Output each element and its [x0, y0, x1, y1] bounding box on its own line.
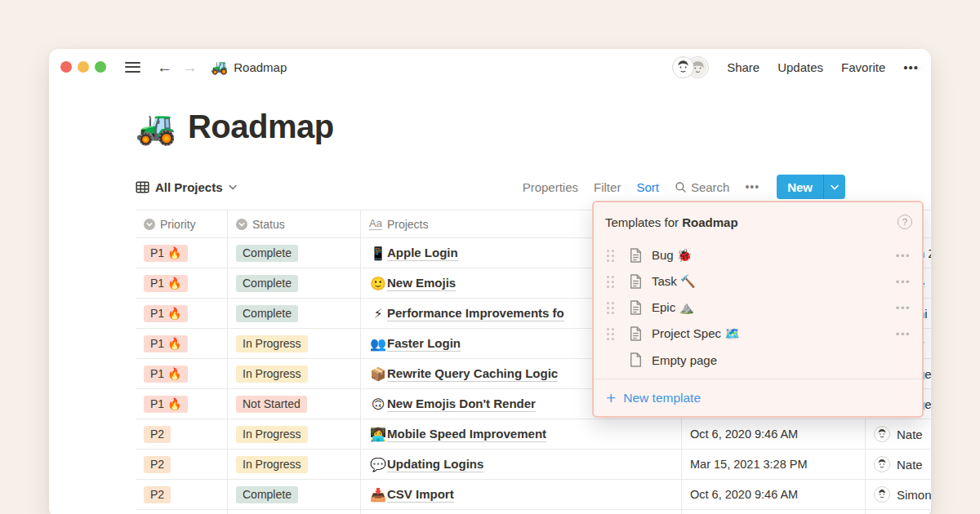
project-emoji-icon: 📱 [369, 246, 387, 261]
breadcrumb[interactable]: 🚜 Roadmap [211, 59, 287, 76]
new-template-button[interactable]: + New template [594, 379, 922, 416]
page-icon [630, 248, 642, 263]
template-more-icon[interactable]: ••• [896, 328, 911, 340]
window-close-button[interactable] [60, 61, 72, 73]
project-emoji-icon: 🙂 [369, 276, 387, 291]
empty-page-icon [630, 352, 642, 367]
template-item-project-spec[interactable]: Project Spec 🗺️ ••• [594, 321, 922, 347]
title-property-icon: Aa [369, 218, 382, 231]
project-link[interactable]: Faster Login [387, 336, 461, 352]
status-cell[interactable]: In Progress [228, 329, 361, 358]
collaborator-avatars[interactable] [672, 56, 709, 78]
date-cell[interactable]: Oct 6, 2020 9:46 AM [682, 419, 866, 449]
project-emoji-icon: 👩‍💻 [369, 427, 387, 442]
properties-button[interactable]: Properties [523, 180, 578, 194]
date-value: Oct 6, 2020 9:46 AM [690, 428, 798, 441]
header-status-label: Status [252, 218, 285, 231]
template-more-icon[interactable]: ••• [896, 302, 911, 314]
project-link[interactable]: New Emojis Don't Render [387, 397, 536, 412]
status-cell[interactable]: Complete [228, 299, 361, 328]
date-cell[interactable]: Oct 6, 2020 9:46 AM [682, 480, 866, 509]
status-cell[interactable]: In Progress [228, 450, 361, 479]
project-link[interactable]: Apple Login [387, 246, 458, 261]
window-zoom-button[interactable] [95, 61, 106, 73]
priority-cell[interactable]: P1 🔥 [136, 299, 228, 328]
view-bar: All Projects Properties Filter Sort Sear… [136, 173, 845, 201]
person-cell[interactable]: Simon [866, 480, 931, 509]
header-priority[interactable]: Priority [136, 210, 228, 237]
status-cell[interactable]: Complete [228, 480, 361, 509]
status-cell[interactable]: Complete [228, 238, 361, 268]
template-item-epic[interactable]: Epic ⛰️ ••• [594, 295, 922, 321]
priority-cell[interactable]: P2 [136, 419, 228, 449]
page-icon [630, 326, 642, 341]
search-button[interactable]: Search [675, 180, 730, 194]
view-selector-label: All Projects [155, 180, 223, 194]
person-name: Nate [897, 428, 923, 441]
status-cell[interactable]: Not Started [228, 389, 361, 419]
project-emoji-icon: 📥 [369, 487, 387, 503]
date-cell[interactable]: Mar 15, 2021 3:28 PM [682, 450, 866, 479]
status-cell[interactable]: In Progress [228, 359, 361, 388]
project-link[interactable]: Mobile Speed Improvement [387, 427, 546, 442]
help-icon[interactable]: ? [898, 215, 912, 229]
updates-button[interactable]: Updates [777, 60, 823, 74]
project-link[interactable]: CSV Import [387, 487, 454, 503]
project-link[interactable]: Performance Improvements fo [387, 306, 564, 321]
view-selector[interactable]: All Projects [136, 180, 237, 194]
drag-handle-icon[interactable] [607, 302, 614, 314]
priority-cell[interactable]: P1 🔥 [136, 268, 228, 298]
share-button[interactable]: Share [727, 60, 760, 74]
template-more-icon[interactable]: ••• [896, 276, 911, 288]
filter-button[interactable]: Filter [594, 180, 621, 194]
priority-tag: P1 🔥 [144, 366, 188, 383]
priority-tag: P1 🔥 [144, 275, 188, 292]
window-minimize-button[interactable] [78, 61, 89, 73]
person-avatar [874, 486, 890, 503]
priority-tag: P1 🔥 [144, 335, 188, 352]
project-link[interactable]: Updating Logins [387, 457, 483, 472]
project-cell: 💬Updating Logins [361, 450, 682, 479]
priority-cell[interactable]: P2 [136, 480, 228, 509]
person-avatar [874, 426, 890, 442]
new-button[interactable]: New [777, 175, 823, 199]
page-tractor-icon[interactable]: 🚜 [136, 111, 176, 144]
sort-button[interactable]: Sort [636, 180, 659, 194]
status-tag: Complete [236, 275, 298, 292]
template-item-task[interactable]: Task 🔨 ••• [594, 268, 922, 295]
project-link[interactable]: Rewrite Query Caching Logic [387, 366, 558, 382]
favorite-button[interactable]: Favorite [841, 60, 885, 74]
template-item-bug[interactable]: Bug 🐞 ••• [594, 242, 922, 268]
sidebar-menu-icon[interactable] [125, 62, 140, 73]
priority-cell[interactable]: P1 🔥 [136, 359, 228, 388]
template-more-icon[interactable]: ••• [896, 250, 911, 262]
template-item-empty-page[interactable]: Empty page [594, 347, 922, 373]
drag-handle-icon[interactable] [607, 250, 614, 262]
person-name: Simon [897, 488, 931, 502]
drag-handle-icon[interactable] [607, 328, 614, 340]
app-window: ← → 🚜 Roadmap Share Updates Favorite ••• [49, 49, 931, 514]
priority-cell[interactable]: P2 [136, 450, 228, 479]
select-property-icon [144, 219, 155, 230]
page-title[interactable]: Roadmap [188, 109, 334, 145]
status-cell[interactable]: Complete [228, 268, 361, 298]
date-value: Mar 15, 2021 3:28 PM [690, 458, 807, 471]
priority-tag: P1 🔥 [144, 245, 188, 262]
forward-button[interactable]: → [177, 60, 203, 75]
drag-handle-icon[interactable] [607, 276, 614, 288]
header-status[interactable]: Status [228, 210, 361, 237]
person-cell[interactable]: Nate [866, 450, 931, 479]
project-link[interactable]: New Emojis [387, 276, 456, 291]
priority-cell[interactable]: P1 🔥 [136, 329, 228, 358]
priority-cell[interactable]: P1 🔥 [136, 238, 228, 268]
new-button-dropdown[interactable] [823, 175, 845, 199]
page-icon [630, 300, 642, 315]
status-tag: In Progress [236, 335, 308, 352]
view-more-icon[interactable]: ••• [745, 180, 760, 193]
person-cell[interactable]: Nate [866, 419, 931, 449]
more-menu-icon[interactable]: ••• [903, 60, 919, 74]
templates-popup: Templates for Roadmap ? Bug 🐞 ••• Task 🔨… [592, 201, 924, 418]
back-button[interactable]: ← [152, 60, 177, 75]
priority-cell[interactable]: P1 🔥 [136, 389, 228, 419]
status-cell[interactable]: In Progress [228, 419, 361, 449]
